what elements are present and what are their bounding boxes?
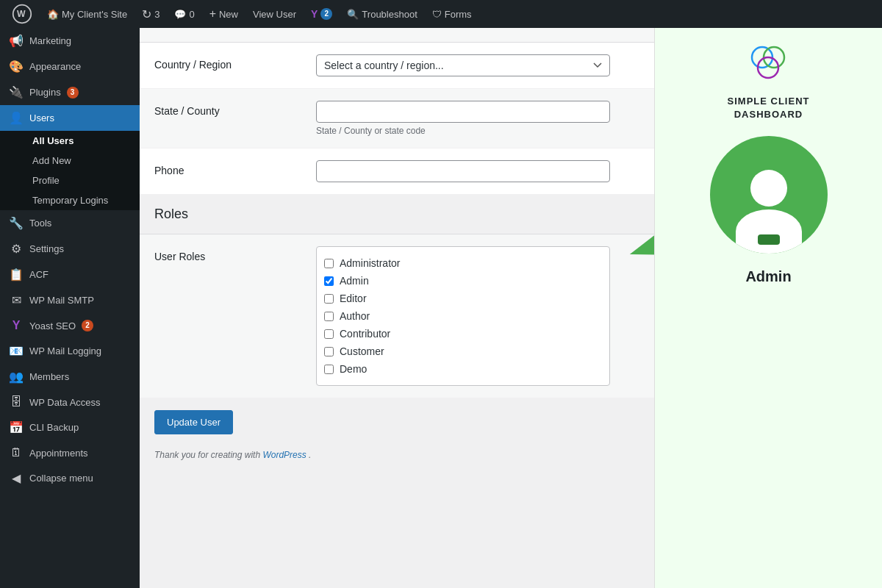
sidebar-appointments-label: Appointments xyxy=(29,448,88,459)
country-region-select[interactable]: Select a country / region... xyxy=(316,54,610,76)
troubleshoot-search-icon: 🔍 xyxy=(347,9,359,20)
sidebar-item-appearance[interactable]: 🎨 Appearance xyxy=(0,54,140,79)
role-editor-label[interactable]: Editor xyxy=(340,293,367,304)
sidebar-subitem-add-new[interactable]: Add New xyxy=(0,151,140,171)
plugins-badge: 3 xyxy=(67,87,79,98)
avatar-status-badge xyxy=(758,234,780,245)
troubleshoot-button[interactable]: 🔍 Troubleshoot xyxy=(341,0,423,28)
roles-title: Roles xyxy=(154,207,188,221)
sidebar-subitem-temp-logins[interactable]: Temporary Logins xyxy=(0,190,140,210)
state-county-input[interactable] xyxy=(316,101,610,123)
sidebar-item-acf[interactable]: 📋 ACF xyxy=(0,262,140,287)
scd-logo-line2: DASHBOARD xyxy=(728,108,810,121)
sidebar-subitem-all-users[interactable]: All Users xyxy=(0,131,140,151)
user-roles-label: User Roles xyxy=(154,246,316,262)
sidebar-item-yoast[interactable]: Y Yoast SEO 2 xyxy=(0,313,140,338)
avatar-body xyxy=(736,209,802,254)
role-customer-checkbox[interactable] xyxy=(324,347,334,356)
new-button[interactable]: + New xyxy=(204,0,244,28)
update-user-button[interactable]: Update User xyxy=(154,410,233,434)
sidebar-item-wpmaillog[interactable]: 📧 WP Mail Logging xyxy=(0,338,140,364)
members-icon: 👥 xyxy=(9,370,24,384)
role-administrator-checkbox[interactable] xyxy=(324,259,334,268)
site-name-button[interactable]: 🏠 My Client's Site xyxy=(41,0,133,28)
scd-logo-text: SIMPLE CLIENT DASHBOARD xyxy=(728,95,810,121)
yoast-icon: Y xyxy=(311,8,318,20)
profile-label: Profile xyxy=(32,175,60,186)
forms-label: Forms xyxy=(445,9,472,20)
new-label: New xyxy=(219,9,238,20)
users-submenu: All Users Add New Profile Temporary Logi… xyxy=(0,131,140,210)
clibackup-icon: 📅 xyxy=(9,420,24,434)
view-user-button[interactable]: View User xyxy=(247,0,302,28)
role-item-admin: Admin xyxy=(324,272,602,290)
role-author-label[interactable]: Author xyxy=(340,310,370,322)
role-customer-label[interactable]: Customer xyxy=(340,345,384,357)
sidebar-collapse-label: Collapse menu xyxy=(29,473,93,484)
sidebar-item-users[interactable]: 👤 Users xyxy=(0,105,140,131)
appointments-icon: 🗓 xyxy=(9,446,24,459)
sidebar-marketing-label: Marketing xyxy=(29,35,71,46)
sidebar-item-collapse[interactable]: ◀ Collapse menu xyxy=(0,465,140,491)
yoast-badge: 2 xyxy=(82,320,93,331)
sidebar-item-plugins[interactable]: 🔌 Plugins 3 xyxy=(0,79,140,105)
role-demo-label[interactable]: Demo xyxy=(340,363,367,375)
role-contributor-checkbox[interactable] xyxy=(324,329,334,339)
forms-button[interactable]: 🛡 Forms xyxy=(426,0,478,28)
state-county-row: State / County State / County or state c… xyxy=(140,89,654,148)
role-admin-checkbox[interactable] xyxy=(324,276,334,286)
sidebar-wpmaillog-label: WP Mail Logging xyxy=(29,345,101,356)
role-administrator-label[interactable]: Administrator xyxy=(340,257,400,269)
user-roles-row: User Roles Administrator Admin xyxy=(140,234,654,398)
role-item-author: Author xyxy=(324,307,602,325)
settings-icon: ⚙ xyxy=(9,242,24,256)
sidebar-item-marketing[interactable]: 📢 Marketing xyxy=(0,28,140,54)
sidebar-item-members[interactable]: 👥 Members xyxy=(0,364,140,390)
phone-field xyxy=(316,160,639,182)
scd-logo: SIMPLE CLIENT DASHBOARD xyxy=(728,43,810,121)
collapse-icon: ◀ xyxy=(9,471,24,485)
country-region-row: Country / Region Select a country / regi… xyxy=(140,43,654,89)
role-editor-checkbox[interactable] xyxy=(324,294,334,304)
sidebar-subitem-profile[interactable]: Profile xyxy=(0,171,140,190)
comments-button[interactable]: 💬 0 xyxy=(168,0,200,28)
updates-count: 3 xyxy=(154,9,159,20)
sidebar-item-wpmail[interactable]: ✉ WP Mail SMTP xyxy=(0,287,140,313)
home-icon: 🏠 xyxy=(47,9,59,20)
temp-logins-label: Temporary Logins xyxy=(32,195,108,206)
wordpress-link[interactable]: WordPress xyxy=(262,450,306,460)
phone-label: Phone xyxy=(154,160,316,176)
role-contributor-label[interactable]: Contributor xyxy=(340,328,390,340)
wpmail-icon: ✉ xyxy=(9,293,24,307)
wp-logo-button[interactable]: W xyxy=(6,0,38,28)
sidebar-item-wpdata[interactable]: 🗄 WP Data Access xyxy=(0,390,140,415)
scroll-hint xyxy=(140,28,654,43)
sidebar-acf-label: ACF xyxy=(29,269,49,280)
role-demo-checkbox[interactable] xyxy=(324,365,334,374)
phone-input[interactable] xyxy=(316,160,610,182)
main-content: Country / Region Select a country / regi… xyxy=(140,28,882,588)
sidebar-yoast-label: Yoast SEO xyxy=(29,320,76,331)
form-update-section: Update User xyxy=(140,398,654,440)
comments-count: 0 xyxy=(189,9,194,20)
footer-text-after: . xyxy=(309,450,311,460)
sidebar-item-appointments[interactable]: 🗓 Appointments xyxy=(0,440,140,465)
sidebar-item-settings[interactable]: ⚙ Settings xyxy=(0,236,140,262)
updates-button[interactable]: ↻ 3 xyxy=(136,0,165,28)
role-admin-label[interactable]: Admin xyxy=(340,275,369,287)
admin-bar: W 🏠 My Client's Site ↻ 3 💬 0 + New View … xyxy=(0,0,882,28)
acf-icon: 📋 xyxy=(9,268,24,282)
state-county-hint: State / County or state code xyxy=(316,126,639,136)
form-area: Country / Region Select a country / regi… xyxy=(140,28,654,588)
yoast-button[interactable]: Y 2 xyxy=(305,0,338,28)
role-item-customer: Customer xyxy=(324,343,602,360)
state-county-field: State / County or state code xyxy=(316,101,639,136)
admin-name: Admin xyxy=(745,268,791,285)
yoast-count: 2 xyxy=(320,8,332,20)
appearance-icon: 🎨 xyxy=(9,60,24,74)
right-panel: SIMPLE CLIENT DASHBOARD Admin xyxy=(654,28,882,588)
role-author-checkbox[interactable] xyxy=(324,312,334,321)
sidebar-item-clibackup[interactable]: 📅 CLI Backup xyxy=(0,415,140,440)
comments-icon: 💬 xyxy=(174,9,186,20)
sidebar-item-tools[interactable]: 🔧 Tools xyxy=(0,210,140,236)
